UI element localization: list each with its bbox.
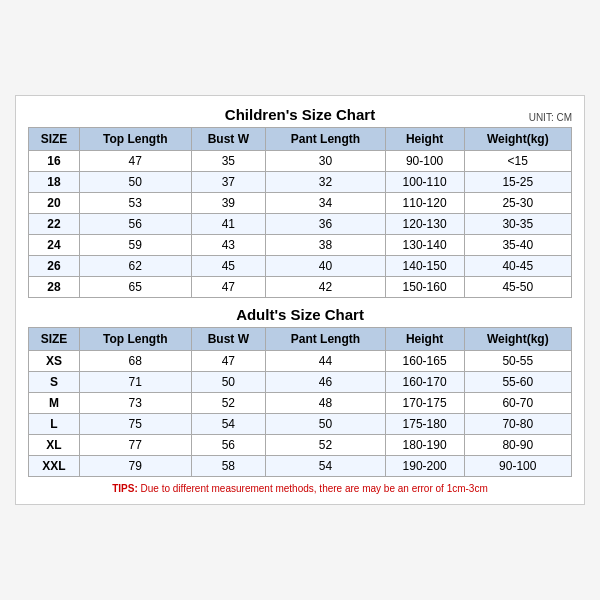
adult-col-bust-w: Bust W: [191, 328, 266, 351]
table-row: 22564136120-13030-35: [29, 214, 572, 235]
table-cell: 175-180: [385, 414, 464, 435]
table-cell: 50-55: [464, 351, 571, 372]
adult-table: SIZE Top Length Bust W Pant Length Heigh…: [28, 327, 572, 477]
table-cell: 25-30: [464, 193, 571, 214]
table-cell: 90-100: [385, 151, 464, 172]
table-cell: XXL: [29, 456, 80, 477]
table-row: XXL795854190-20090-100: [29, 456, 572, 477]
table-cell: 130-140: [385, 235, 464, 256]
table-cell: 43: [191, 235, 266, 256]
table-row: 18503732100-11015-25: [29, 172, 572, 193]
table-cell: 39: [191, 193, 266, 214]
adult-col-height: Height: [385, 328, 464, 351]
table-cell: 160-165: [385, 351, 464, 372]
table-cell: 79: [79, 456, 191, 477]
children-title: Children's Size Chart: [225, 106, 375, 123]
table-row: XS684744160-16550-55: [29, 351, 572, 372]
table-cell: 36: [266, 214, 386, 235]
table-cell: 38: [266, 235, 386, 256]
table-cell: 73: [79, 393, 191, 414]
table-cell: 18: [29, 172, 80, 193]
table-cell: 120-130: [385, 214, 464, 235]
table-cell: 47: [79, 151, 191, 172]
table-row: M735248170-17560-70: [29, 393, 572, 414]
table-row: S715046160-17055-60: [29, 372, 572, 393]
table-cell: 46: [266, 372, 386, 393]
adult-col-top-length: Top Length: [79, 328, 191, 351]
table-cell: 80-90: [464, 435, 571, 456]
table-cell: 41: [191, 214, 266, 235]
table-cell: 28: [29, 277, 80, 298]
tips-row: TIPS: Due to different measurement metho…: [28, 483, 572, 494]
table-row: 20533934110-12025-30: [29, 193, 572, 214]
table-cell: 110-120: [385, 193, 464, 214]
table-cell: 42: [266, 277, 386, 298]
table-cell: 30-35: [464, 214, 571, 235]
table-cell: 50: [79, 172, 191, 193]
table-cell: 170-175: [385, 393, 464, 414]
table-cell: S: [29, 372, 80, 393]
adult-col-pant-length: Pant Length: [266, 328, 386, 351]
chart-container: Children's Size Chart UNIT: CM SIZE Top …: [15, 95, 585, 505]
table-cell: 58: [191, 456, 266, 477]
table-cell: <15: [464, 151, 571, 172]
table-row: 28654742150-16045-50: [29, 277, 572, 298]
table-cell: XS: [29, 351, 80, 372]
table-cell: 45-50: [464, 277, 571, 298]
table-cell: 26: [29, 256, 80, 277]
col-size: SIZE: [29, 128, 80, 151]
table-cell: 75: [79, 414, 191, 435]
table-cell: 140-150: [385, 256, 464, 277]
table-cell: 90-100: [464, 456, 571, 477]
col-bust-w: Bust W: [191, 128, 266, 151]
tips-body: Due to different measurement methods, th…: [138, 483, 488, 494]
col-pant-length: Pant Length: [266, 128, 386, 151]
table-cell: 40-45: [464, 256, 571, 277]
table-cell: 47: [191, 351, 266, 372]
adult-title-row: Adult's Size Chart: [28, 306, 572, 323]
table-cell: 32: [266, 172, 386, 193]
col-top-length: Top Length: [79, 128, 191, 151]
table-cell: 54: [266, 456, 386, 477]
col-weight: Weight(kg): [464, 128, 571, 151]
table-cell: 15-25: [464, 172, 571, 193]
unit-label: UNIT: CM: [529, 112, 572, 123]
table-row: 24594338130-14035-40: [29, 235, 572, 256]
table-cell: 100-110: [385, 172, 464, 193]
table-cell: 56: [79, 214, 191, 235]
table-cell: 20: [29, 193, 80, 214]
table-row: L755450175-18070-80: [29, 414, 572, 435]
table-cell: 34: [266, 193, 386, 214]
table-cell: 180-190: [385, 435, 464, 456]
table-cell: 59: [79, 235, 191, 256]
table-cell: 160-170: [385, 372, 464, 393]
children-tbody: 1647353090-100<1518503732100-11015-25205…: [29, 151, 572, 298]
table-cell: 190-200: [385, 456, 464, 477]
table-cell: 50: [191, 372, 266, 393]
table-cell: 35: [191, 151, 266, 172]
table-cell: 22: [29, 214, 80, 235]
table-row: XL775652180-19080-90: [29, 435, 572, 456]
tips-label: TIPS:: [112, 483, 138, 494]
table-cell: 77: [79, 435, 191, 456]
adult-header-row: SIZE Top Length Bust W Pant Length Heigh…: [29, 328, 572, 351]
table-cell: 16: [29, 151, 80, 172]
table-cell: 35-40: [464, 235, 571, 256]
table-cell: 30: [266, 151, 386, 172]
table-cell: 65: [79, 277, 191, 298]
table-cell: 47: [191, 277, 266, 298]
table-cell: L: [29, 414, 80, 435]
table-cell: 53: [79, 193, 191, 214]
table-cell: 37: [191, 172, 266, 193]
table-cell: 40: [266, 256, 386, 277]
table-cell: 60-70: [464, 393, 571, 414]
table-cell: 44: [266, 351, 386, 372]
adult-col-size: SIZE: [29, 328, 80, 351]
children-header-row: SIZE Top Length Bust W Pant Length Heigh…: [29, 128, 572, 151]
adult-tbody: XS684744160-16550-55S715046160-17055-60M…: [29, 351, 572, 477]
table-cell: 55-60: [464, 372, 571, 393]
table-cell: M: [29, 393, 80, 414]
table-cell: 52: [266, 435, 386, 456]
adult-col-weight: Weight(kg): [464, 328, 571, 351]
table-cell: XL: [29, 435, 80, 456]
